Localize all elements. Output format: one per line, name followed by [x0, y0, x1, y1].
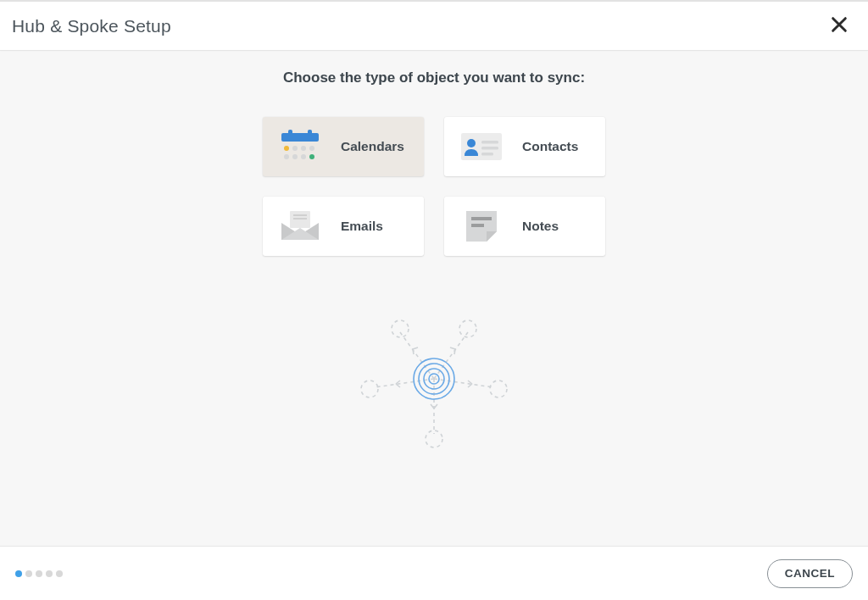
- svg-line-21: [400, 332, 434, 379]
- option-contacts[interactable]: Contacts: [444, 117, 605, 176]
- modal-body: Choose the type of object you want to sy…: [0, 51, 868, 546]
- svg-rect-20: [471, 224, 484, 227]
- contact-icon: [459, 130, 504, 164]
- svg-rect-13: [481, 141, 498, 144]
- svg-point-26: [392, 320, 409, 337]
- option-label: Contacts: [522, 139, 578, 154]
- svg-point-12: [467, 139, 476, 147]
- hub-spoke-illustration: [349, 307, 519, 454]
- svg-point-7: [284, 154, 289, 159]
- svg-rect-14: [481, 147, 498, 150]
- svg-point-3: [284, 146, 289, 151]
- modal-header: Hub & Spoke Setup: [0, 2, 868, 51]
- note-icon: [459, 209, 504, 243]
- step-dot: [56, 570, 63, 577]
- svg-point-28: [361, 381, 378, 397]
- option-label: Emails: [341, 219, 383, 234]
- svg-rect-17: [293, 214, 307, 216]
- setup-wizard-modal: Hub & Spoke Setup Choose the type of obj…: [0, 0, 868, 600]
- option-emails[interactable]: Emails: [263, 197, 424, 256]
- option-calendars[interactable]: Calendars: [263, 117, 424, 176]
- step-dot: [36, 570, 42, 577]
- svg-rect-1: [288, 130, 292, 136]
- step-dot: [15, 570, 22, 577]
- close-icon: [830, 15, 849, 36]
- svg-point-27: [459, 320, 476, 337]
- svg-point-10: [309, 154, 314, 159]
- option-label: Notes: [522, 219, 559, 234]
- svg-point-9: [301, 154, 306, 159]
- svg-rect-0: [281, 133, 319, 142]
- svg-rect-2: [308, 130, 312, 136]
- modal-title: Hub & Spoke Setup: [12, 16, 171, 36]
- svg-line-22: [434, 332, 468, 379]
- cancel-button[interactable]: CANCEL: [767, 559, 853, 588]
- svg-rect-19: [471, 217, 492, 220]
- svg-point-6: [309, 146, 314, 151]
- step-dot: [25, 570, 32, 577]
- svg-point-29: [490, 381, 507, 397]
- object-type-grid: Calendars Contacts: [263, 117, 605, 256]
- svg-rect-15: [481, 153, 493, 156]
- object-type-prompt: Choose the type of object you want to sy…: [283, 69, 585, 86]
- close-button[interactable]: [822, 9, 856, 43]
- calendar-icon: [278, 130, 322, 164]
- option-notes[interactable]: Notes: [444, 197, 605, 256]
- step-dot: [46, 570, 53, 577]
- option-label: Calendars: [341, 139, 404, 154]
- svg-point-8: [292, 154, 298, 159]
- svg-rect-18: [293, 218, 307, 219]
- wizard-step-indicator: [15, 570, 63, 577]
- svg-point-5: [301, 146, 306, 151]
- email-icon: [278, 209, 322, 243]
- modal-footer: CANCEL: [0, 546, 868, 600]
- svg-point-4: [292, 146, 298, 151]
